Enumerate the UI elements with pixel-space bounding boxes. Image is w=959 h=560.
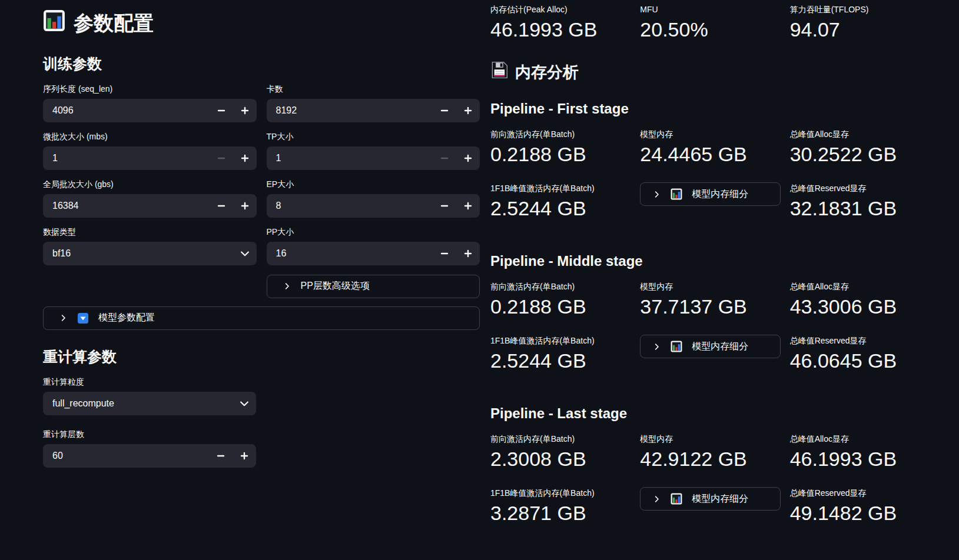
plus-button[interactable] — [456, 99, 480, 122]
training-fields-grid: 序列长度 (seq_len) 4096 卡数 8192 — [43, 84, 480, 298]
metric-forward-activation: 前向激活内存(单Batch) 0.2188 GB — [490, 129, 631, 166]
recompute-layers-input[interactable]: 60 — [43, 444, 256, 468]
field-seq-len: 序列长度 (seq_len) 4096 — [43, 84, 257, 122]
chevron-down-icon — [233, 392, 256, 415]
metric-value: 46.1993 GB — [490, 18, 631, 41]
chevron-right-icon — [59, 314, 68, 322]
metric-forward-activation: 前向激活内存(单Batch) 2.3008 GB — [490, 434, 631, 471]
metric-value: 94.07 — [790, 18, 930, 41]
field-label: 全局批次大小 (gbs) — [43, 179, 257, 189]
summary-metrics-row: 内存估计(Peak Alloc) 46.1993 GB MFU 20.50% 算… — [490, 5, 930, 41]
stage-first: Pipeline - First stage 前向激活内存(单Batch) 0.… — [490, 101, 930, 220]
gbs-input[interactable]: 16384 — [43, 194, 257, 218]
model-config-expander[interactable]: 模型参数配置 — [43, 306, 480, 330]
metric-model-memory: 模型内存 24.4465 GB — [640, 129, 780, 166]
metric-1f1b-activation: 1F1B峰值激活内存(单Batch) 3.2871 GB — [490, 488, 631, 525]
expander-label: 模型内存细分 — [692, 188, 748, 201]
metric-peak-reserved-vram: 总峰值Reserved显存 32.1831 GB — [790, 184, 930, 220]
metric-label: 前向激活内存(单Batch) — [490, 282, 631, 292]
metric-label: 总峰值Alloc显存 — [790, 434, 930, 444]
page-title: 参数配置 — [43, 9, 480, 37]
metric-value: 46.0645 GB — [790, 349, 930, 372]
metric-label: 总峰值Alloc显存 — [790, 129, 930, 139]
plus-button[interactable] — [456, 146, 480, 170]
stage-grid: 前向激活内存(单Batch) 2.3008 GB 模型内存 42.9122 GB… — [490, 434, 930, 525]
field-label: 重计算层数 — [43, 429, 256, 439]
minus-button[interactable] — [210, 99, 233, 122]
field-pp-size: PP大小 16 — [267, 227, 480, 265]
pp-advanced-expander[interactable]: PP层数高级选项 — [267, 275, 480, 298]
metric-value: 49.1482 GB — [790, 502, 930, 525]
metric-peak-alloc-vram: 总峰值Alloc显存 43.3006 GB — [790, 282, 930, 318]
field-recompute-layers: 重计算层数 60 — [43, 429, 256, 468]
metric-label: 算力吞吐量(TFLOPS) — [790, 5, 930, 15]
metric-label: 总峰值Reserved显存 — [790, 184, 930, 194]
metric-1f1b-activation: 1F1B峰值激活内存(单Batch) 2.5244 GB — [490, 184, 631, 220]
app-root: 参数配置 训练参数 序列长度 (seq_len) 4096 卡数 — [0, 0, 959, 525]
metric-value: 2.5244 GB — [490, 197, 631, 220]
field-label: EP大小 — [267, 179, 480, 189]
chevron-down-icon — [233, 242, 257, 265]
minus-button[interactable] — [433, 99, 456, 122]
memory-analysis-title: 内存分析 — [515, 63, 579, 82]
recompute-area: 重计算粒度 full_recompute 重计算层数 60 — [43, 377, 480, 468]
metric-value: 2.3008 GB — [490, 448, 631, 471]
stage-middle: Pipeline - Middle stage 前向激活内存(单Batch) 0… — [490, 253, 930, 372]
stage-title: Pipeline - First stage — [490, 101, 930, 118]
expander-label: 模型内存细分 — [692, 493, 748, 505]
num-gpus-input[interactable]: 8192 — [267, 99, 480, 122]
metric-model-memory: 模型内存 37.7137 GB — [640, 282, 780, 318]
ep-size-input[interactable]: 8 — [267, 194, 480, 218]
recompute-granularity-select[interactable]: full_recompute — [43, 392, 256, 415]
input-value: 60 — [52, 451, 209, 461]
metric-label: 总峰值Reserved显存 — [790, 488, 930, 498]
tp-size-input[interactable]: 1 — [267, 146, 480, 170]
minus-button[interactable] — [433, 146, 456, 170]
memory-analysis-header: 内存分析 — [490, 61, 930, 83]
field-num-gpus: 卡数 8192 — [267, 84, 480, 122]
metric-peak-alloc: 内存估计(Peak Alloc) 46.1993 GB — [490, 5, 631, 41]
metric-value: 43.3006 GB — [790, 295, 930, 318]
metric-forward-activation: 前向激活内存(单Batch) 0.2188 GB — [490, 282, 631, 318]
input-value: 4096 — [52, 105, 210, 116]
minus-button[interactable] — [433, 194, 456, 218]
dtype-select[interactable]: bf16 — [43, 242, 257, 265]
analysis-panel: 内存估计(Peak Alloc) 46.1993 GB MFU 20.50% 算… — [490, 0, 930, 525]
stage-last: Pipeline - Last stage 前向激活内存(单Batch) 2.3… — [490, 405, 930, 525]
field-label: PP大小 — [267, 227, 480, 237]
plus-button[interactable] — [233, 194, 257, 218]
model-memory-breakdown-expander[interactable]: 模型内存细分 — [640, 487, 780, 511]
mbs-input[interactable]: 1 — [43, 146, 257, 170]
metric-label: 总峰值Alloc显存 — [790, 282, 930, 292]
minus-button[interactable] — [209, 444, 233, 468]
seq-len-input[interactable]: 4096 — [43, 99, 257, 122]
field-label: 序列长度 (seq_len) — [43, 84, 257, 94]
pp-size-input[interactable]: 16 — [267, 242, 480, 265]
metric-value: 46.1993 GB — [790, 448, 930, 471]
expander-label: 模型参数配置 — [98, 312, 155, 324]
bar-chart-icon — [671, 341, 682, 352]
plus-button[interactable] — [233, 444, 256, 468]
metric-label: 模型内存 — [640, 282, 780, 292]
bar-chart-icon — [43, 9, 65, 37]
minus-button[interactable] — [210, 146, 233, 170]
model-memory-breakdown-expander[interactable]: 模型内存细分 — [640, 335, 780, 358]
model-memory-breakdown-expander[interactable]: 模型内存细分 — [640, 182, 780, 206]
chevron-right-icon — [283, 282, 291, 291]
minus-button[interactable] — [433, 242, 456, 265]
expander-label: PP层数高级选项 — [301, 280, 370, 292]
minus-button[interactable] — [210, 194, 233, 218]
metric-value: 30.2522 GB — [790, 143, 930, 166]
metric-label: 总峰值Reserved显存 — [790, 336, 930, 346]
plus-button[interactable] — [233, 99, 257, 122]
plus-button[interactable] — [233, 146, 257, 170]
plus-button[interactable] — [456, 194, 480, 218]
field-label: 卡数 — [267, 84, 480, 94]
bar-chart-icon — [671, 188, 682, 200]
select-value: bf16 — [52, 248, 233, 259]
input-value: 8192 — [276, 105, 433, 116]
chevron-right-icon — [652, 342, 661, 351]
field-mbs: 微批次大小 (mbs) 1 — [43, 132, 257, 170]
plus-button[interactable] — [456, 242, 480, 265]
page-title-text: 参数配置 — [74, 11, 154, 35]
